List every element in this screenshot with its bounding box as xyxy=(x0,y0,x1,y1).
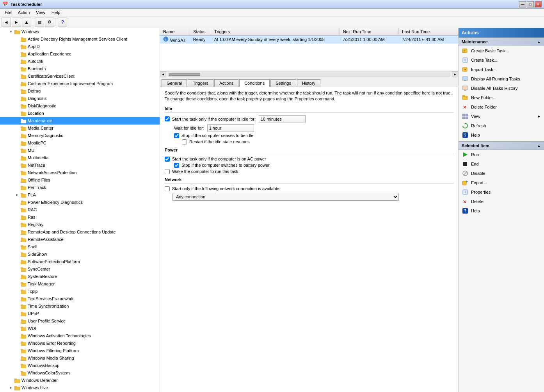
tree-item-14[interactable]: MobilePC xyxy=(0,139,160,147)
selected-item-collapse-icon[interactable]: ▲ xyxy=(537,144,541,148)
tree-item-42[interactable]: Windows Filtering Platform xyxy=(0,347,160,355)
help-toolbar-button[interactable]: ? xyxy=(58,18,67,27)
action-disable-history[interactable]: Disable All Tasks History xyxy=(459,84,544,93)
idle-checkbox-1[interactable] xyxy=(165,116,170,121)
close-button[interactable]: ✕ xyxy=(535,1,542,7)
tree-item-41[interactable]: Windows Error Reporting xyxy=(0,340,160,347)
power-checkbox-2[interactable] xyxy=(174,163,179,168)
action-run[interactable]: Run xyxy=(459,150,544,159)
back-button[interactable]: ◄ xyxy=(2,18,11,27)
col-next-run[interactable]: Next Run Time xyxy=(340,28,399,36)
tree-item-32[interactable]: SystemRestore xyxy=(0,273,160,280)
tree-item-37[interactable]: UPnP xyxy=(0,310,160,317)
col-last-run[interactable]: Last Run Time xyxy=(399,28,458,36)
tree-item-36[interactable]: Time Synchronization xyxy=(0,303,160,310)
tree-item-8[interactable]: Diagnosis xyxy=(0,95,160,102)
action-refresh[interactable]: Refresh xyxy=(459,121,544,130)
tree-item-23[interactable]: RAC xyxy=(0,206,160,214)
tree-item-16[interactable]: Multimedia xyxy=(0,154,160,162)
tab-general[interactable]: General xyxy=(162,79,187,87)
hscroll-track[interactable] xyxy=(168,73,450,77)
tree-item-0[interactable]: Active Directory Rights Management Servi… xyxy=(0,36,160,43)
tree-item-27[interactable]: RemoteAssistance xyxy=(0,236,160,243)
tree-item-43[interactable]: Windows Media Sharing xyxy=(0,355,160,362)
window-controls[interactable]: — □ ✕ xyxy=(519,1,542,7)
tree-item-1[interactable]: AppID xyxy=(0,43,160,50)
tree-item-15[interactable]: MUI xyxy=(0,147,160,154)
tree-item-47[interactable]: ► Windows Live xyxy=(0,384,160,392)
tree-item-2[interactable]: Application Experience xyxy=(0,50,160,58)
tree-item-30[interactable]: SoftwareProtectionPlatform xyxy=(0,258,160,265)
action-create-task[interactable]: + Create Task... xyxy=(459,55,544,65)
action-view[interactable]: View ► xyxy=(459,112,544,121)
tree-item-6[interactable]: Customer Experience Improvement Program xyxy=(0,80,160,87)
tab-history[interactable]: History xyxy=(297,79,320,87)
tree-item-18[interactable]: NetworkAccessProtection xyxy=(0,169,160,176)
tree-item-39[interactable]: WDI xyxy=(0,325,160,332)
tree-item-21[interactable]: ► PLA xyxy=(0,191,160,199)
idle-wait-select[interactable]: 1 hour 30 minutes 2 hours Do not wait xyxy=(207,124,254,132)
action-export[interactable]: Export... xyxy=(459,178,544,187)
tab-settings[interactable]: Settings xyxy=(270,79,296,87)
tree-item-40[interactable]: Windows Activation Technologies xyxy=(0,332,160,340)
properties-button[interactable]: ⚙ xyxy=(45,18,54,27)
tree-item-34[interactable]: Tcpip xyxy=(0,288,160,295)
horizontal-scrollbar[interactable]: ◄ ► xyxy=(160,71,458,77)
tree-item-9[interactable]: DiskDiagnostic xyxy=(0,102,160,110)
action-create-basic-task[interactable]: + Create Basic Task... xyxy=(459,46,544,55)
tree-item-12[interactable]: Media Center xyxy=(0,125,160,132)
menu-help[interactable]: Help xyxy=(48,9,64,16)
minimize-button[interactable]: — xyxy=(519,1,526,7)
tree-item-28[interactable]: Shell xyxy=(0,243,160,251)
show-hide-button[interactable]: ▦ xyxy=(35,18,44,27)
tree-expander-21[interactable]: ► xyxy=(14,192,20,198)
tree-expander-windows[interactable]: ▼ xyxy=(8,29,14,35)
tree-item-22[interactable]: Power Efficiency Diagnostics xyxy=(0,199,160,206)
tab-conditions[interactable]: Conditions xyxy=(239,79,270,87)
col-name[interactable]: Name xyxy=(160,28,190,36)
tree-item-31[interactable]: SyncCenter xyxy=(0,265,160,273)
action-new-folder[interactable]: + New Folder... xyxy=(459,93,544,102)
action-help-maintenance[interactable]: ? Help xyxy=(459,130,544,140)
action-properties[interactable]: i Properties xyxy=(459,187,544,197)
tree-root-windows[interactable]: ▼ Windows xyxy=(0,28,160,36)
hscroll-thumb[interactable] xyxy=(169,73,200,76)
action-help-selected[interactable]: ? Help xyxy=(459,206,544,216)
tree-expander-47[interactable]: ► xyxy=(8,385,14,391)
tree-item-19[interactable]: Offline Files xyxy=(0,176,160,184)
action-delete[interactable]: ✕ Delete xyxy=(459,197,544,206)
tree-item-35[interactable]: TextServicesFramework xyxy=(0,295,160,303)
action-disable[interactable]: Disable xyxy=(459,169,544,178)
tree-item-4[interactable]: Bluetooth xyxy=(0,65,160,73)
maximize-button[interactable]: □ xyxy=(527,1,534,7)
action-display-running[interactable]: Display All Running Tasks xyxy=(459,74,544,84)
tree-item-25[interactable]: Registry xyxy=(0,221,160,228)
power-checkbox-3[interactable] xyxy=(165,169,170,174)
col-status[interactable]: Status xyxy=(190,28,211,36)
power-checkbox-1[interactable] xyxy=(165,157,170,162)
action-delete-folder[interactable]: ✕ Delete Folder xyxy=(459,102,544,112)
table-row-0[interactable]: i WinSAT Ready At 1:00 AM every Sunday o… xyxy=(160,36,458,44)
forward-button[interactable]: ► xyxy=(12,18,21,27)
network-connection-select[interactable]: Any connection xyxy=(172,193,399,201)
idle-checkbox-2[interactable] xyxy=(174,133,179,138)
hscroll-left-btn[interactable]: ◄ xyxy=(160,71,166,78)
idle-duration-select[interactable]: 10 minutes 1 minute 5 minutes 15 minutes… xyxy=(259,115,306,123)
tree-item-11[interactable]: Maintenance xyxy=(0,117,160,125)
tab-triggers[interactable]: Triggers xyxy=(188,79,213,87)
tree-item-3[interactable]: Autochk xyxy=(0,58,160,65)
tree-item-20[interactable]: PerfTrack xyxy=(0,184,160,191)
network-checkbox-1[interactable] xyxy=(165,186,170,191)
hscroll-right-btn[interactable]: ► xyxy=(452,71,458,78)
maintenance-collapse-icon[interactable]: ▲ xyxy=(537,40,541,44)
action-import-task[interactable]: Import Task... xyxy=(459,65,544,74)
menu-action[interactable]: Action xyxy=(15,9,33,16)
tree-item-10[interactable]: Location xyxy=(0,110,160,117)
tree-item-17[interactable]: NetTrace xyxy=(0,162,160,169)
tree-item-38[interactable]: User Profile Service xyxy=(0,317,160,325)
tree-item-7[interactable]: Defrag xyxy=(0,87,160,95)
tree-item-44[interactable]: WindowsBackup xyxy=(0,362,160,369)
tree-item-26[interactable]: RemoteApp and Desktop Connections Update xyxy=(0,228,160,236)
menu-file[interactable]: File xyxy=(2,9,15,16)
action-end[interactable]: End xyxy=(459,159,544,169)
